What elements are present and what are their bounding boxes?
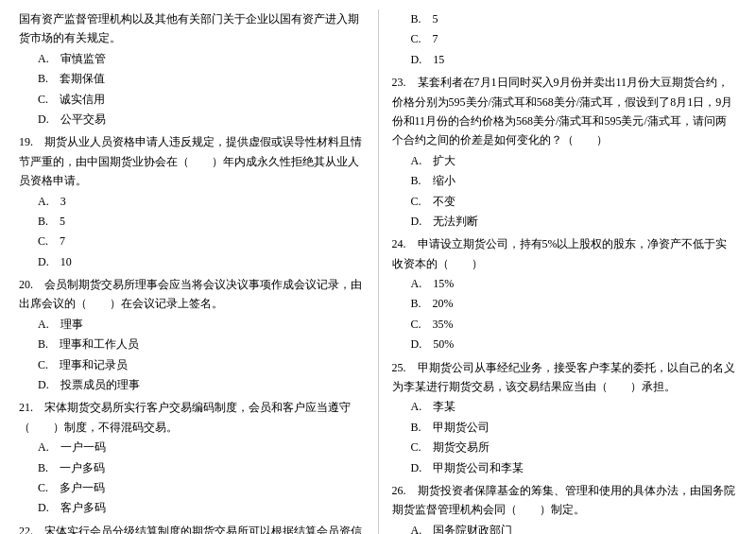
- question-text: 22. 宋体实行会员分级结算制度的期货交易所可以根据结算会员资信和业务开展情况，…: [19, 522, 365, 534]
- question-block: 22. 宋体实行会员分级结算制度的期货交易所可以根据结算会员资信和业务开展情况，…: [19, 522, 365, 534]
- option-item: D. 50%: [392, 335, 738, 353]
- option-item: A. 审慎监管: [19, 49, 365, 68]
- option-item: C. 理事和记录员: [19, 355, 365, 374]
- option-item: B. 理事和工作人员: [19, 335, 365, 353]
- left-column: 国有资产监督管理机构以及其他有关部门关于企业以国有资产进入期货市场的有关规定。A…: [19, 9, 365, 534]
- option-item: D. 甲期货公司和李某: [392, 458, 738, 477]
- question-text: 23. 某套利者在7月1日同时买入9月份并卖出11月份大豆期货合约，价格分别为5…: [392, 73, 738, 150]
- option-item: B. 5: [19, 212, 365, 231]
- option-item: B. 缩小: [392, 171, 738, 190]
- column-divider: [378, 9, 379, 534]
- option-item: A. 李某: [392, 397, 738, 416]
- option-item: D. 15: [392, 50, 738, 69]
- option-item: C. 7: [19, 232, 365, 250]
- option-item: A. 国务院财政部门: [392, 521, 738, 534]
- option-item: A. 理事: [19, 315, 365, 334]
- question-block: 20. 会员制期货交易所理事会应当将会议决议事项作成会议记录，由出席会议的（ ）…: [19, 275, 365, 394]
- option-item: D. 投票成员的理事: [19, 375, 365, 394]
- option-item: D. 无法判断: [392, 212, 738, 231]
- right-column: B. 5C. 7D. 1523. 某套利者在7月1日同时买入9月份并卖出11月份…: [392, 9, 738, 534]
- question-block: 21. 宋体期货交易所实行客户交易编码制度，会员和客户应当遵守（ ）制度，不得混…: [19, 398, 365, 517]
- option-item: A. 扩大: [392, 151, 738, 170]
- option-item: B. 5: [392, 9, 738, 28]
- option-item: C. 期货交易所: [392, 438, 738, 456]
- option-item: D. 客户多码: [19, 498, 365, 517]
- question-text: 25. 甲期货公司从事经纪业务，接受客户李某的委托，以自己的名义为李某进行期货交…: [392, 358, 738, 397]
- option-item: C. 诚实信用: [19, 90, 365, 109]
- question-text: 21. 宋体期货交易所实行客户交易编码制度，会员和客户应当遵守（ ）制度，不得混…: [19, 398, 365, 437]
- question-text: 19. 期货从业人员资格申请人违反规定，提供虚假或误导性材料且情节严重的，由中国…: [19, 132, 365, 190]
- question-block: B. 5C. 7D. 15: [392, 9, 738, 69]
- question-text: 20. 会员制期货交易所理事会应当将会议决议事项作成会议记录，由出席会议的（ ）…: [19, 275, 365, 314]
- option-item: C. 7: [392, 29, 738, 48]
- option-item: B. 一户多码: [19, 458, 365, 477]
- option-item: D. 公平交易: [19, 110, 365, 129]
- option-item: D. 10: [19, 252, 365, 271]
- option-item: C. 35%: [392, 315, 738, 334]
- option-item: B. 甲期货公司: [392, 418, 738, 437]
- option-item: A. 一户一码: [19, 438, 365, 456]
- question-block: 26. 期货投资者保障基金的筹集、管理和使用的具体办法，由国务院期货监督管理机构…: [392, 481, 738, 534]
- option-item: B. 套期保值: [19, 69, 365, 88]
- option-item: A. 3: [19, 192, 365, 211]
- question-text: 26. 期货投资者保障基金的筹集、管理和使用的具体办法，由国务院期货监督管理机构…: [392, 481, 738, 520]
- option-item: A. 15%: [392, 274, 738, 293]
- option-item: C. 多户一码: [19, 478, 365, 497]
- option-item: B. 20%: [392, 294, 738, 313]
- question-text: 24. 申请设立期货公司，持有5%以上股权的股东，净资产不低于实收资本的（ ）: [392, 234, 738, 273]
- question-block: 19. 期货从业人员资格申请人违反规定，提供虚假或误导性材料且情节严重的，由中国…: [19, 132, 365, 271]
- question-block: 国有资产监督管理机构以及其他有关部门关于企业以国有资产进入期货市场的有关规定。A…: [19, 9, 365, 129]
- question-text: 国有资产监督管理机构以及其他有关部门关于企业以国有资产进入期货市场的有关规定。: [19, 9, 365, 48]
- question-block: 23. 某套利者在7月1日同时买入9月份并卖出11月份大豆期货合约，价格分别为5…: [392, 73, 738, 231]
- question-block: 25. 甲期货公司从事经纪业务，接受客户李某的委托，以自己的名义为李某进行期货交…: [392, 358, 738, 477]
- question-block: 24. 申请设立期货公司，持有5%以上股权的股东，净资产不低于实收资本的（ ）A…: [392, 234, 738, 353]
- option-item: C. 不变: [392, 192, 738, 211]
